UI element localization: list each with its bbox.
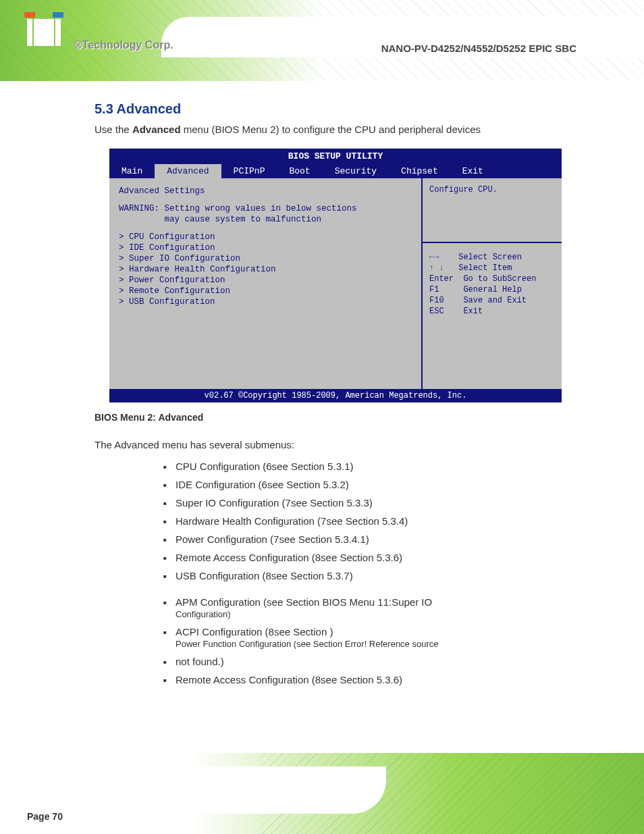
list-item: Hardware Health Configuration (7see Sect… <box>176 512 576 530</box>
key-enter-v: Go to SubScreen <box>463 274 536 284</box>
key-f1-v: General Help <box>463 285 521 294</box>
key-lr-label: Select Screen <box>458 253 522 262</box>
list-item: APM Configuration (see Section BIOS Menu… <box>176 593 576 623</box>
list-item: USB Configuration (8see Section 5.3.7) <box>176 567 576 585</box>
bios-tabs: Main Advanced PCIPnP Boot Security Chips… <box>109 164 562 178</box>
bios-help: Configure CPU. <box>429 185 555 194</box>
bios-body: Advanced Settings WARNING: Setting wrong… <box>109 178 562 389</box>
header-banner: ®Technology Corp. NANO-PV-D4252/N4552/D5… <box>0 0 644 81</box>
bios-item-usb: USB Configuration <box>119 297 412 307</box>
list-item: ACPI Configuration (8see Section )Power … <box>176 623 576 652</box>
key-f10-v: Save and Exit <box>463 296 527 305</box>
list-item: CPU Configuration (6see Section 5.3.1) <box>176 457 576 475</box>
key-enter: Enter Go to SubScreen <box>429 274 555 284</box>
bios-warning-1: WARNING: Setting wrong values in below s… <box>119 204 412 213</box>
bios-tab-chipset: Chipset <box>389 164 450 178</box>
bios-left-panel: Advanced Settings WARNING: Setting wrong… <box>109 178 421 389</box>
bios-divider <box>423 242 562 243</box>
bios-tab-main: Main <box>109 164 155 178</box>
list-item: Remote Access Configuration (8see Sectio… <box>176 671 576 689</box>
notes-list: APM Configuration (see Section BIOS Menu… <box>176 593 576 689</box>
note-text-cont: Power Function Configuration (see Sectio… <box>176 639 438 649</box>
submenu-list: CPU Configuration (6see Section 5.3.1) I… <box>176 457 576 585</box>
bios-warning-2: may cause system to malfunction <box>119 215 412 224</box>
key-f10: F10 Save and Exit <box>429 296 555 305</box>
list-item: IDE Configuration (6see Section 5.3.2) <box>176 475 576 494</box>
note-text: APM Configuration (see Section BIOS Menu… <box>176 596 432 608</box>
bios-tab-pcipnp: PCIPnP <box>221 164 277 178</box>
figure-caption: BIOS Menu 2: Advanced <box>95 412 576 423</box>
bios-screenshot: BIOS SETUP UTILITY Main Advanced PCIPnP … <box>109 149 562 402</box>
brand-text: ®Technology Corp. <box>74 39 173 51</box>
key-esc: ESC Exit <box>429 307 555 316</box>
note-text: ACPI Configuration (8see Section ) <box>176 626 333 637</box>
list-item: Super IO Configuration (7see Section 5.3… <box>176 494 576 512</box>
iei-logo <box>27 19 68 53</box>
bios-title: BIOS SETUP UTILITY <box>109 149 562 164</box>
section-heading: 5.3 Advanced <box>95 101 576 117</box>
key-f1-k: F1 <box>429 285 439 294</box>
arrow-left-right-icon: ←→ <box>429 253 439 262</box>
section-description: Use the Advanced menu (BIOS Menu 2) to c… <box>95 124 576 135</box>
key-ud: ↑ ↓ Select Item <box>429 263 555 273</box>
key-enter-k: Enter <box>429 274 454 284</box>
bios-tab-boot: Boot <box>277 164 322 178</box>
bios-footer: v02.67 ©Copyright 1985-2009, American Me… <box>109 389 562 402</box>
key-esc-k: ESC <box>429 307 444 316</box>
key-f10-k: F10 <box>429 296 444 305</box>
desc-suffix: menu (BIOS Menu 2) to configure the CPU … <box>181 124 481 135</box>
list-item: Remote Access Configuration (8see Sectio… <box>176 548 576 567</box>
key-lr: ←→ Select Screen <box>429 253 555 262</box>
bios-item-power: Power Configuration <box>119 276 412 285</box>
bios-heading: Advanced Settings <box>119 186 412 196</box>
list-item: Power Configuration (7see Section 5.3.4.… <box>176 530 576 548</box>
arrow-up-down-icon: ↑ ↓ <box>429 263 444 273</box>
bios-right-panel: Configure CPU. ←→ Select Screen ↑ ↓ Sele… <box>421 178 562 389</box>
bios-item-remote: Remote Configuration <box>119 286 412 296</box>
bios-tab-exit: Exit <box>450 164 495 178</box>
bios-warning-2-text: may cause system to malfunction <box>165 215 322 224</box>
list-item: not found.) <box>176 652 576 671</box>
bios-item-hwhealth: Hardware Health Configuration <box>119 265 412 274</box>
key-esc-v: Exit <box>463 307 483 316</box>
bios-tab-advanced: Advanced <box>155 164 221 178</box>
bios-tab-security: Security <box>323 164 389 178</box>
bios-item-superio: Super IO Configuration <box>119 254 412 263</box>
footer-banner: Page 70 <box>0 753 644 834</box>
page-number: Page 70 <box>27 811 63 822</box>
bios-item-ide: IDE Configuration <box>119 243 412 253</box>
key-f1: F1 General Help <box>429 285 555 294</box>
submenu-intro: The Advanced menu has several submenus: <box>95 439 576 450</box>
note-text-cont: Configuration) <box>176 609 231 619</box>
page-content: 5.3 Advanced Use the Advanced menu (BIOS… <box>0 81 644 689</box>
key-ud-label: Select Item <box>458 263 512 273</box>
desc-prefix: Use the <box>95 124 132 135</box>
footer-curve <box>0 766 386 814</box>
bios-item-cpu: CPU Configuration <box>119 232 412 242</box>
product-name: NANO-PV-D4252/N4552/D5252 EPIC SBC <box>381 43 576 54</box>
desc-bold: Advanced <box>132 124 181 135</box>
